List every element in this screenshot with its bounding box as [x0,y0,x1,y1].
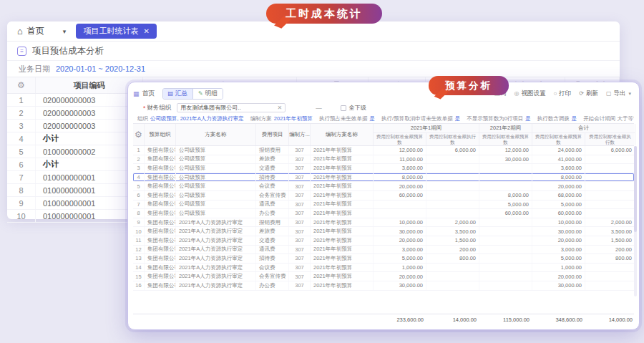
tab-worktime-report-label: 项目工时统计表 [83,24,138,39]
budget-row[interactable]: 2集团有限公司公司级预算差旅费3072021年年初预算11,000.0030,0… [133,155,634,165]
include-sub-label: 全下级 [349,104,366,112]
tab-detail[interactable]: ✎ 明细 [193,89,223,99]
expense-cell: 交通费 [256,236,289,245]
org-cell: 集团有限公司 [145,182,176,190]
org-cell: 集团有限公司 [145,191,176,200]
column-settings-cell[interactable]: ⚙ [133,124,145,145]
tab-summary[interactable]: ▤ 汇总 [163,89,194,99]
amount-cell-3: 5,000.00 [532,254,585,263]
include-sub-checkbox[interactable] [341,105,346,111]
expense-cell: 报销费用 [256,146,289,155]
fixed-column-header-2: 费用项目 [256,124,289,145]
row-number-cell: 8 [7,184,36,196]
budget-analysis-window: ▦ 首页 ▤ 汇总 ✎ 明细 ⊙查询◎视图设置○打印⟳刷新▢导出▾ * 财务组织… [127,82,640,330]
fixed-column-header-4: 编制方案名称 [311,124,374,145]
scrollbar[interactable] [634,146,637,296]
plan-cell: 公司级预算 [176,182,256,190]
budget-row[interactable]: 1集团有限公司公司级预算报销费用3072021年年初预算12,000.006,0… [133,146,634,155]
budget-row[interactable]: 10集团有限公司2021年A人力资源执行审定差旅费3072021年年初预算30,… [133,227,634,236]
budget-row[interactable]: 13集团有限公司2021年A人力资源执行审定招待费3072021年年初预算5,0… [133,254,634,264]
row-number-cell: 8 [133,209,145,218]
filter-chip-value[interactable]: 是 [455,115,461,122]
collapse-dash[interactable]: — [316,105,322,112]
budget-row[interactable]: 4集团有限公司公司级预算招待费3072021年年初预算8,000.008,000… [133,173,634,183]
filter-chip-value[interactable]: 是 [572,115,577,122]
plan-code-cell: 307 [289,281,311,290]
budget-row[interactable]: 3集团有限公司公司级预算交通费3072021年年初预算3,600.003,600… [133,164,634,173]
amount-cell-0: 1,000.00 [374,264,426,272]
amount-cell-3: 68,000.00 [532,191,585,200]
amount-cell-4: 2,000.00 [585,218,635,227]
filter-chip-0: 组织公司级预算, 2021年A人力资源执行审定 [137,115,244,122]
budget-table-fixed-header: ⚙预算组织方案名称费用项目编制方...编制方案名称 [133,124,374,145]
plan-code-cell: 307 [289,155,311,164]
close-icon[interactable]: ✕ [143,24,149,39]
budget-breadcrumb[interactable]: ▦ 首页 [133,89,155,98]
budget-row[interactable]: 9集团有限公司2021年A人力资源执行审定报销费用3072021年年初预算10,… [133,218,634,228]
column-settings-cell[interactable]: ⚙ [7,77,36,93]
scrollbar-thumb[interactable] [634,146,637,232]
budget-row[interactable]: 12集团有限公司2021年A人力资源执行审定通讯费3072021年年初预算3,0… [133,246,634,255]
amount-cell-3: 3,600.00 [532,164,585,173]
budget-row[interactable]: 8集团有限公司公司级预算办公费3072021年年初预算60,000.0060,0… [133,209,634,218]
amount-cell-4 [585,209,635,218]
period-group-0: 2021年1期间 [374,124,479,133]
amount-cell-4: 6,000.00 [585,146,635,155]
budget-table-header: ⚙预算组织方案名称费用项目编制方...编制方案名称 2021年1期间2021年2… [133,123,634,146]
budget-row[interactable]: 6集团有限公司公司级预算会务宣传费3072021年年初预算60,000.008,… [133,191,634,201]
expense-cell: 差旅费 [256,155,289,164]
plan-name-cell: 2021年年初预算 [311,182,374,190]
amount-cell-4 [585,191,635,200]
plan-code-cell: 307 [289,164,311,173]
toolbar-button-1[interactable]: ◎视图设置 [514,90,545,98]
pencil-icon: ✎ [198,90,203,97]
chevron-down-icon: ▾ [628,91,631,97]
filter-chip-value[interactable]: 是 [370,115,376,122]
budget-row[interactable]: 14集团有限公司2021年A人力资源执行审定会议费3072021年年初预算1,0… [133,264,634,273]
plan-name-cell: 2021年年初预算 [311,227,374,236]
org-select-input[interactable]: 用友测试集团有限公司.. ✕ [177,103,286,112]
filter-chip-label: 执行数含调拨 [537,115,570,122]
fixed-column-header-3: 编制方... [289,124,311,145]
amount-cell-1 [426,272,479,281]
plan-cell: 公司级预算 [176,164,256,173]
plan-code-cell: 307 [289,146,311,155]
toolbar-button-3[interactable]: ⟳刷新 [579,90,598,98]
budget-row[interactable]: 16集团有限公司2021年A人力资源执行审定办公费3072021年年初预算30,… [133,281,634,291]
row-number-cell: 7 [7,171,36,183]
amount-cell-4 [585,264,635,272]
toolbar-button-4[interactable]: ▢导出▾ [606,90,631,98]
budget-row[interactable]: 5集团有限公司公司级预算会议费3072021年年初预算20,000.0020,0… [133,182,634,191]
org-cell: 集团有限公司 [145,155,176,164]
chevron-down-icon[interactable]: ▾ [63,28,67,35]
subcolumn-header-0: 费用控制标准金额预算数 [374,133,426,145]
date-range-value[interactable]: 2020-01-01 ~ 2020-12-31 [56,64,145,73]
toolbar-button-2[interactable]: ○打印 [553,90,571,98]
org-cell: 集团有限公司 [145,264,176,272]
gear-icon: ⚙ [17,80,25,90]
filter-chip-value[interactable]: 2021年年初预算 [274,115,313,122]
filter-chip-value[interactable]: 公司级预算, 2021年A人力资源执行审定 [150,115,244,122]
plan-code-cell: 307 [289,254,311,263]
budget-row[interactable]: 11集团有限公司2021年A人力资源执行审定交通费3072021年年初预算20,… [133,236,634,246]
budget-row[interactable]: 15集团有限公司2021年A人力资源执行审定会务宣传费3072021年年初预算2… [133,272,634,281]
page-title: 项目预估成本分析 [32,45,104,57]
breadcrumb-home[interactable]: ⌂ 首页 [17,25,44,37]
tab-worktime-report[interactable]: 项目工时统计表 ✕ [76,24,156,39]
row-number-cell: 4 [133,173,145,182]
org-cell: 集团有限公司 [145,272,176,281]
callout-budget-analysis: 预算分析 [429,76,509,95]
amount-cell-4 [585,201,635,209]
row-number-cell: 10 [133,227,145,236]
expense-cell: 差旅费 [256,227,289,236]
plan-name-cell: 2021年年初预算 [311,264,374,272]
clear-icon[interactable]: ✕ [278,105,283,111]
filter-chip-value[interactable]: 是 [525,115,531,122]
toolbar-label-4: 导出 [613,90,625,98]
filter-chip-1: 编制方案2021年年初预算 [250,115,313,122]
filter-chip-label: 组织 [137,115,148,122]
budget-row[interactable]: 7集团有限公司公司级预算通讯费3072021年年初预算5,000.005,000… [133,201,634,210]
amount-cell-0: 10,000.00 [374,218,426,227]
date-filter-row: 业务日期 2020-01-01 ~ 2020-12-31 [7,61,620,77]
filter-chip-label: 不显示预算数为0行项目 [467,115,523,122]
